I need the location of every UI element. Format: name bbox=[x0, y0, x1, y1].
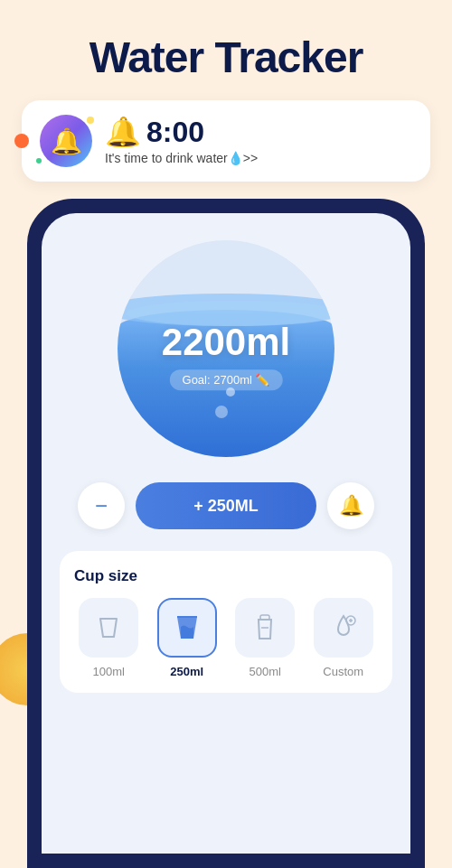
cup-label-250ml: 250ml bbox=[170, 665, 203, 678]
cup-icon-wrap-500ml bbox=[235, 598, 295, 658]
sparkle-yellow bbox=[87, 117, 94, 124]
cup-label-500ml: 500ml bbox=[250, 665, 281, 678]
control-row: − + 250ML 🔔 bbox=[60, 482, 392, 529]
bell-avatar-icon: 🔔 bbox=[51, 126, 82, 156]
cup-icon-100ml bbox=[92, 611, 125, 644]
page-title: Water Tracker bbox=[0, 0, 452, 82]
cup-icon-wrap-custom bbox=[314, 598, 373, 658]
notification-card[interactable]: 🔔 🔔 8:00 It's time to drink water💧>> bbox=[22, 100, 430, 182]
phone-frame: 2200ml Goal: 2700ml ✏️ − + 250ML 🔔 Cup s… bbox=[27, 199, 425, 868]
avatar: 🔔 bbox=[40, 115, 92, 167]
notification-description: It's time to drink water💧>> bbox=[105, 151, 258, 165]
cup-icon-wrap-250ml bbox=[157, 598, 217, 658]
alarm-emoji-icon: 🔔 bbox=[105, 117, 141, 148]
bell-button[interactable]: 🔔 bbox=[327, 482, 374, 529]
water-text-overlay: 2200ml Goal: 2700ml ✏️ bbox=[162, 321, 290, 390]
orange-dot bbox=[14, 134, 29, 148]
notification-text: 🔔 8:00 It's time to drink water💧>> bbox=[105, 117, 258, 164]
cup-item-100ml[interactable]: 100ml bbox=[74, 598, 144, 678]
cup-size-section: Cup size 100ml bbox=[60, 551, 392, 693]
cup-label-custom: Custom bbox=[323, 665, 363, 678]
cup-section-title: Cup size bbox=[74, 567, 378, 585]
cup-item-custom[interactable]: Custom bbox=[309, 598, 379, 678]
cup-icon-wrap-100ml bbox=[79, 598, 138, 658]
phone-screen: 2200ml Goal: 2700ml ✏️ − + 250ML 🔔 Cup s… bbox=[42, 213, 410, 854]
time-value: 8:00 bbox=[146, 117, 204, 148]
water-goal: Goal: 2700ml ✏️ bbox=[170, 369, 283, 390]
cup-item-250ml[interactable]: 250ml bbox=[153, 598, 222, 678]
bubble-large bbox=[215, 406, 228, 418]
cup-icon-custom bbox=[327, 611, 360, 644]
water-circle: 2200ml Goal: 2700ml ✏️ bbox=[118, 240, 334, 457]
minus-button[interactable]: − bbox=[78, 482, 125, 529]
sparkle-green bbox=[36, 158, 42, 163]
cup-label-100ml: 100ml bbox=[93, 665, 125, 678]
add-water-button[interactable]: + 250ML bbox=[136, 482, 316, 529]
water-amount: 2200ml bbox=[162, 321, 290, 364]
cup-icon-250ml bbox=[171, 611, 203, 644]
cup-item-500ml[interactable]: 500ml bbox=[231, 598, 300, 678]
cup-grid: 100ml 250ml bbox=[74, 598, 378, 678]
cup-icon-500ml bbox=[249, 611, 281, 644]
notification-time: 🔔 8:00 bbox=[105, 117, 258, 148]
